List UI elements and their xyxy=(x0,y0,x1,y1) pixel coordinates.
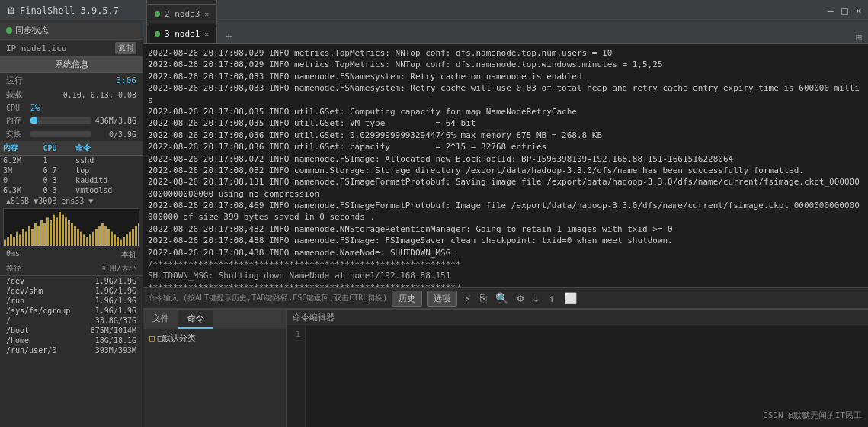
svg-rect-40 xyxy=(126,234,128,246)
copy-icon[interactable]: ⎘ xyxy=(478,292,488,304)
cmd-bar: 命令输入 (按ALT键提示历史,TAB键路径,ESC键返回,双击CTRL切换) … xyxy=(143,287,868,309)
terminal-line: 2022-08-26 20:17:08,482 INFO namenode.NN… xyxy=(148,223,863,235)
tab-label: 2 node3 xyxy=(165,9,200,19)
upload-icon[interactable]: ↑ xyxy=(546,292,557,304)
lightning-icon[interactable]: ⚡ xyxy=(462,292,472,304)
svg-rect-31 xyxy=(98,226,101,246)
svg-rect-28 xyxy=(89,234,91,246)
select-button[interactable]: 选项 xyxy=(427,291,457,307)
line-numbers: 1 xyxy=(287,326,306,427)
terminal-lines: 2022-08-26 20:17:08,029 INFO metrics.Top… xyxy=(148,47,863,287)
bottom-tab-bar: 文件 命令 xyxy=(143,310,286,329)
svg-rect-37 xyxy=(117,237,119,246)
svg-rect-42 xyxy=(132,229,134,246)
folder-icon: □ xyxy=(149,333,155,343)
svg-rect-12 xyxy=(40,220,43,246)
download-icon[interactable]: ↓ xyxy=(530,292,541,304)
ip-row: IP node1.icu 复制 xyxy=(0,40,143,56)
terminal-line: 2022-08-26 20:17:08,488 INFO namenode.Na… xyxy=(148,247,863,258)
tab-close-icon[interactable]: ✕ xyxy=(204,10,209,18)
mem-row: 内存 436M/3.8G xyxy=(0,114,143,127)
disk-row: /dev/shm1.9G/1.9G xyxy=(0,286,143,296)
latency-location: 本机 xyxy=(121,249,136,260)
svg-rect-22 xyxy=(71,223,73,246)
bottom-panel: 文件 命令 □ □默认分类 命令编辑器 1 xyxy=(143,309,868,427)
terminal-line: 2022-08-26 20:17:08,488 INFO namenode.FS… xyxy=(148,235,863,246)
svg-rect-38 xyxy=(120,240,122,246)
disk-row: /33.8G/37G xyxy=(0,316,143,326)
settings-icon[interactable]: ⚙ xyxy=(515,292,526,304)
tab-file[interactable]: 文件 xyxy=(143,310,178,329)
disk-row: /sys/fs/cgroup1.9G/1.9G xyxy=(0,306,143,316)
tab-command[interactable]: 命令 xyxy=(178,310,213,329)
minimize-btn[interactable]: — xyxy=(828,5,834,17)
tab-grid-button[interactable]: ⊞ xyxy=(850,31,868,43)
svg-rect-39 xyxy=(123,237,125,246)
disk-header-path: 路径 xyxy=(6,263,21,274)
terminal-line: 2022-08-26 20:17:08,029 INFO metrics.Top… xyxy=(148,59,863,70)
uptime-row: 运行 3:06 xyxy=(0,73,143,88)
terminal-line: 2022-08-26 20:17:08,033 INFO namenode.FS… xyxy=(148,71,863,82)
terminal-line: /***************************************… xyxy=(148,258,863,270)
titlebar: 🖥 FinalShell 3.9.5.7 — □ × xyxy=(0,0,868,21)
watermark: CSDN @默默无闻的IT民工 xyxy=(763,409,862,421)
category-label: □ □默认分类 xyxy=(143,329,286,347)
svg-rect-43 xyxy=(135,226,137,246)
svg-rect-7 xyxy=(25,232,27,246)
svg-rect-25 xyxy=(80,232,82,246)
terminal-line: 2022-08-26 20:17:08,036 INFO util.GSet: … xyxy=(148,141,863,152)
disk-row: /run1.9G/1.9G xyxy=(0,296,143,306)
status-dot xyxy=(6,27,12,34)
tab-dot xyxy=(155,11,160,17)
svg-rect-11 xyxy=(37,226,40,246)
history-button[interactable]: 历史 xyxy=(392,291,422,307)
svg-rect-23 xyxy=(74,226,76,246)
svg-rect-24 xyxy=(77,229,79,246)
svg-rect-4 xyxy=(16,232,18,246)
tab-2-node3[interactable]: 2 node3✕ xyxy=(146,4,217,24)
terminal-line: 2022-08-26 20:17:08,035 INFO util.GSet: … xyxy=(148,117,863,129)
cmd-editor-header: 命令编辑器 xyxy=(287,310,868,326)
terminal-line: 2022-08-26 20:17:08,072 INFO namenode.FS… xyxy=(148,153,863,165)
window-icon[interactable]: ⬜ xyxy=(562,292,579,304)
search-icon[interactable]: 🔍 xyxy=(493,292,511,304)
main-container: 同步状态 IP node1.icu 复制 系统信息 运行 3:06 载载 0.1… xyxy=(0,21,868,427)
tab-3-node1[interactable]: 3 node1✕ xyxy=(146,24,217,43)
svg-rect-30 xyxy=(95,229,98,246)
terminal-line: SHUTDOWN_MSG: Shutting down NameNode at … xyxy=(148,270,863,281)
disk-row: /home18G/18.1G xyxy=(0,336,143,345)
terminal-line: 2022-08-26 20:17:08,036 INFO util.GSet: … xyxy=(148,130,863,141)
cpu-row: CPU 2% xyxy=(0,102,143,114)
copy-button[interactable]: 复制 xyxy=(115,42,136,54)
svg-rect-35 xyxy=(111,232,113,246)
svg-rect-0 xyxy=(4,240,6,246)
disk-row: /boot875M/1014M xyxy=(0,326,143,336)
app-icon: 🖥 xyxy=(6,5,15,16)
close-btn[interactable]: × xyxy=(856,5,862,17)
svg-rect-8 xyxy=(28,226,30,246)
mini-chart xyxy=(3,208,139,246)
load-row: 载载 0.10, 0.13, 0.08 xyxy=(0,88,143,102)
tab-add-button[interactable]: + xyxy=(219,30,238,43)
svg-rect-5 xyxy=(19,234,21,246)
terminal-line: ****************************************… xyxy=(148,282,863,287)
right-panel: 1 node2✕2 node3✕3 node1✕ + ⊞ 2022-08-26 … xyxy=(143,21,868,427)
bottom-tabs: 文件 命令 □ □默认分类 xyxy=(143,310,287,427)
disk-row: /run/user/0393M/393M xyxy=(0,345,143,355)
tab-close-icon[interactable]: ✕ xyxy=(204,30,209,38)
svg-rect-34 xyxy=(107,229,110,246)
svg-rect-20 xyxy=(65,217,67,246)
proc-header-cmd: 命令 xyxy=(72,141,143,156)
tab-bar: 1 node2✕2 node3✕3 node1✕ + ⊞ xyxy=(143,21,868,44)
svg-rect-15 xyxy=(50,220,52,246)
terminal[interactable]: 2022-08-26 20:17:08,029 INFO metrics.Top… xyxy=(143,44,868,287)
title-controls[interactable]: — □ × xyxy=(828,5,862,17)
sync-status-label: 同步状态 xyxy=(15,24,49,36)
sidebar: 同步状态 IP node1.icu 复制 系统信息 运行 3:06 载载 0.1… xyxy=(0,21,143,427)
sidebar-header: 同步状态 xyxy=(0,21,143,40)
svg-rect-2 xyxy=(10,234,12,246)
svg-rect-3 xyxy=(13,237,15,246)
sys-info-header: 系统信息 xyxy=(0,56,143,73)
maximize-btn[interactable]: □ xyxy=(841,5,847,17)
disk-row: /dev1.9G/1.9G xyxy=(0,276,143,286)
